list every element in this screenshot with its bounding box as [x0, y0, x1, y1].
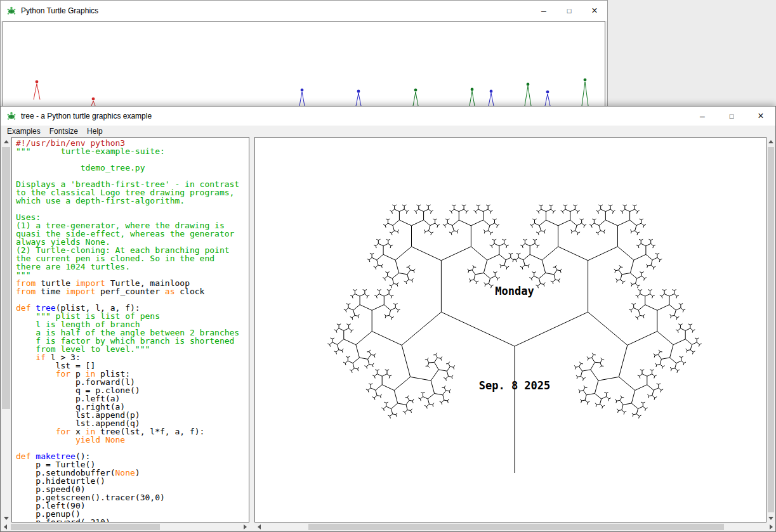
scroll-down-icon — [768, 517, 773, 520]
scrollbar-thumb[interactable] — [2, 147, 10, 409]
main-area: #!/usr/bin/env python3""" turtle-example… — [1, 137, 775, 531]
turtle-icon[interactable] — [6, 111, 16, 121]
scroll-down-button[interactable] — [1, 514, 11, 522]
code-line: there are 1024 turtles. — [16, 263, 249, 271]
tree-drawing: Monday Sep. 8 2025 — [255, 138, 766, 514]
canvas-pane: Monday Sep. 8 2025 — [254, 137, 775, 531]
turtle-sprout — [525, 83, 531, 106]
scroll-up-icon — [768, 140, 773, 143]
titlebar[interactable]: tree - a Python turtle graphics example … — [1, 107, 775, 126]
desktop: { "background_window": { "title": "Pytho… — [0, 0, 776, 532]
scroll-up-button[interactable] — [1, 137, 11, 146]
code-line: """ turtle-example-suite: — [16, 147, 249, 155]
scrollbar-thumb[interactable] — [768, 147, 774, 512]
canvas-text-date: Sep. 8 2025 — [479, 379, 551, 392]
turtle-sprout — [489, 90, 494, 106]
window-title: Python Turtle Graphics — [21, 6, 98, 15]
code-line — [16, 205, 249, 213]
close-button[interactable]: × — [746, 107, 775, 126]
minimize-button[interactable]: – — [531, 1, 556, 21]
canvas-vertical-scrollbar[interactable] — [766, 137, 775, 522]
maximize-button[interactable]: □ — [556, 1, 582, 21]
scroll-right-button[interactable] — [240, 522, 249, 531]
turtle-icon[interactable] — [6, 6, 16, 16]
code-pane: #!/usr/bin/env python3""" turtle-example… — [1, 137, 249, 531]
scroll-left-button[interactable] — [1, 522, 10, 531]
turtle-sprout — [470, 88, 475, 106]
scroll-left-icon — [4, 524, 7, 529]
minimize-icon: – — [700, 112, 705, 120]
menu-examples[interactable]: Examples — [3, 126, 45, 136]
scrollbar-thumb[interactable] — [11, 524, 160, 530]
code-line: yield None — [16, 436, 249, 444]
turtle-sprout — [582, 79, 588, 106]
menu-help[interactable]: Help — [82, 126, 107, 136]
turtle-sprout — [299, 89, 305, 106]
minimize-icon: – — [541, 6, 546, 15]
menu-fontsize[interactable]: Fontsize — [45, 126, 82, 136]
close-button[interactable]: × — [582, 1, 607, 21]
scroll-up-button[interactable] — [766, 137, 775, 146]
scroll-left-icon — [258, 524, 261, 529]
close-icon: × — [758, 111, 763, 121]
canvas-text-monday: Monday — [495, 285, 534, 297]
close-icon: × — [591, 6, 597, 16]
code-horizontal-scrollbar[interactable] — [1, 522, 249, 531]
scroll-down-button[interactable] — [766, 514, 775, 522]
turtle-sprout — [356, 90, 361, 106]
turtledemo-window: tree - a Python turtle graphics example … — [0, 106, 776, 532]
code-line: from time import perf_counter as clock — [16, 287, 249, 295]
maximize-icon: □ — [730, 113, 734, 120]
code-line: tdemo_tree.py — [16, 164, 249, 172]
maximize-button[interactable]: □ — [717, 107, 746, 126]
code-line: which use a depth-first-algorithm. — [16, 197, 249, 205]
scroll-down-icon — [4, 517, 9, 520]
code-vertical-scrollbar[interactable] — [1, 137, 11, 522]
window-title: tree - a Python turtle graphics example — [21, 112, 152, 120]
scroll-right-button[interactable] — [766, 522, 775, 531]
scroll-right-icon — [770, 524, 773, 529]
code-text[interactable]: #!/usr/bin/env python3""" turtle-example… — [11, 137, 249, 522]
turtle-sprout — [91, 98, 95, 106]
scrollbar-thumb[interactable] — [308, 524, 724, 530]
turtle-sprout — [413, 89, 418, 106]
titlebar[interactable]: Python Turtle Graphics – □ × — [1, 1, 607, 21]
scroll-right-icon — [244, 524, 247, 529]
menubar: Examples Fontsize Help — [1, 126, 775, 138]
scroll-up-icon — [4, 140, 9, 143]
canvas-horizontal-scrollbar[interactable] — [254, 522, 775, 531]
turtle-sprout — [34, 81, 40, 100]
maximize-icon: □ — [567, 8, 572, 15]
code-line: p.forward(-210) — [16, 518, 249, 522]
turtle-sprout — [545, 91, 550, 106]
turtle-canvas: Monday Sep. 8 2025 — [254, 137, 766, 522]
minimize-button[interactable]: – — [688, 107, 717, 126]
scroll-left-button[interactable] — [254, 522, 263, 531]
